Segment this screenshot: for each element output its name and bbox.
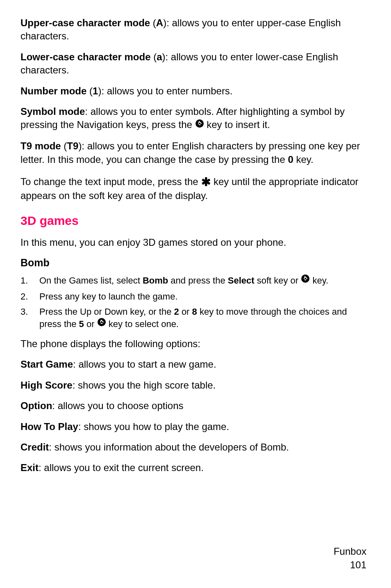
page-footer: Funbox 101 <box>334 545 366 572</box>
option-exit-label: Exit <box>20 462 39 473</box>
ok-key-icon <box>195 118 204 131</box>
text: ): <box>78 140 87 151</box>
text: : <box>52 400 57 411</box>
bomb-steps: 1. On the Games list, select Bomb and pr… <box>20 275 371 331</box>
option-how: How To Play: shows you how to play the g… <box>20 420 371 433</box>
option-high-desc: shows you the high score table. <box>78 380 216 391</box>
page: Upper-case character mode (A): allows yo… <box>0 0 391 588</box>
text: and press the <box>168 275 228 286</box>
mode-number-desc: allows you to enter numbers. <box>107 85 233 96</box>
mode-symbol-desc-b: key to insert it. <box>204 119 270 130</box>
heading-3d-games: 3D games <box>20 214 371 228</box>
ok-key-icon <box>97 318 106 330</box>
text: or <box>84 319 97 329</box>
svg-rect-5 <box>100 323 102 324</box>
text: or <box>179 307 192 317</box>
step-number: 2. <box>20 291 39 303</box>
text: Press the Up or Down key, or the <box>39 307 174 317</box>
step-body: Press the Up or Down key, or the 2 or 8 … <box>39 306 371 331</box>
bomb-bold: Bomb <box>143 275 168 286</box>
intro-3d: In this menu, you can enjoy 3D games sto… <box>20 236 371 249</box>
mode-upper-code: A <box>156 17 163 28</box>
text: : <box>78 421 84 432</box>
svg-rect-1 <box>198 124 200 125</box>
option-start-desc: allows you to start a new game. <box>78 359 216 370</box>
text: : <box>73 380 78 391</box>
option-exit: Exit: allows you to exit the current scr… <box>20 461 371 474</box>
svg-point-4 <box>98 318 106 326</box>
svg-rect-3 <box>305 279 307 280</box>
option-start-label: Start Game <box>20 359 73 370</box>
mode-lower-label: Lower-case character mode <box>20 51 150 62</box>
option-high: High Score: shows you the high score tab… <box>20 379 371 392</box>
mode-number: Number mode (1): allows you to enter num… <box>20 85 371 98</box>
mode-lower: Lower-case character mode (a): allows yo… <box>20 50 371 77</box>
mode-number-label: Number mode <box>20 85 86 96</box>
change-mode: To change the text input mode, press the… <box>20 174 371 202</box>
mode-t9-code: T9 <box>67 140 78 151</box>
mode-t9-desc-b: key. <box>293 154 314 165</box>
mode-t9: T9 mode (T9): allows you to enter Englis… <box>20 140 371 166</box>
svg-point-2 <box>301 275 309 283</box>
change-mode-a: To change the text input mode, press the <box>20 176 201 187</box>
mode-lower-code: a <box>157 51 162 62</box>
step-body: Press any key to launch the game. <box>39 291 371 303</box>
mode-t9-zero: 0 <box>288 154 293 165</box>
text: : <box>39 462 44 473</box>
bomb-step-2: 2. Press any key to launch the game. <box>20 291 371 303</box>
bomb-step-1: 1. On the Games list, select Bomb and pr… <box>20 275 371 287</box>
heading-bomb: Bomb <box>20 257 371 269</box>
mode-number-code: 1 <box>93 85 98 96</box>
text: key. <box>310 275 328 286</box>
options-intro: The phone displays the following options… <box>20 337 371 350</box>
text: ): <box>162 51 171 62</box>
footer-section: Funbox <box>334 545 366 558</box>
option-credit-label: Credit <box>20 442 49 453</box>
mode-t9-label: T9 mode <box>20 140 61 151</box>
option-how-desc: shows you how to play the game. <box>84 421 229 432</box>
text: ( <box>150 17 156 28</box>
option-credit-desc: shows you information about the develope… <box>55 442 289 453</box>
text: ( <box>61 140 67 151</box>
option-start: Start Game: allows you to start a new ga… <box>20 358 371 371</box>
step-number: 1. <box>20 275 39 287</box>
option-how-label: How To Play <box>20 421 78 432</box>
option-option-label: Option <box>20 400 52 411</box>
text: ( <box>150 51 157 62</box>
text: ): <box>98 85 107 96</box>
mode-upper: Upper-case character mode (A): allows yo… <box>20 16 371 43</box>
select-bold: Select <box>228 275 255 286</box>
text: : <box>85 106 90 117</box>
option-option-desc: allows you to choose options <box>58 400 184 411</box>
option-credit: Credit: shows you information about the … <box>20 441 371 454</box>
svg-point-0 <box>196 119 204 128</box>
option-option: Option: allows you to choose options <box>20 399 371 412</box>
mode-symbol: Symbol mode: allows you to enter symbols… <box>20 105 371 132</box>
footer-page: 101 <box>334 558 366 572</box>
mode-symbol-label: Symbol mode <box>20 106 85 117</box>
text: ( <box>86 85 93 96</box>
text: ): <box>163 17 172 28</box>
key-8: 8 <box>192 307 197 317</box>
text: key to select one. <box>106 319 179 329</box>
text: : <box>49 442 54 453</box>
ok-key-icon <box>301 274 310 286</box>
text: : <box>73 359 78 370</box>
text: soft key or <box>255 275 301 286</box>
option-high-label: High Score <box>20 380 73 391</box>
star-key-icon: ✱ <box>201 174 211 190</box>
mode-upper-label: Upper-case character mode <box>20 17 150 28</box>
step-number: 3. <box>20 306 39 318</box>
option-exit-desc: allows you to exit the current screen. <box>44 462 204 473</box>
bomb-step-3: 3. Press the Up or Down key, or the 2 or… <box>20 306 371 331</box>
key-2: 2 <box>174 307 179 317</box>
key-5: 5 <box>79 319 84 329</box>
step-body: On the Games list, select Bomb and press… <box>39 275 371 287</box>
text: On the Games list, select <box>39 275 143 286</box>
